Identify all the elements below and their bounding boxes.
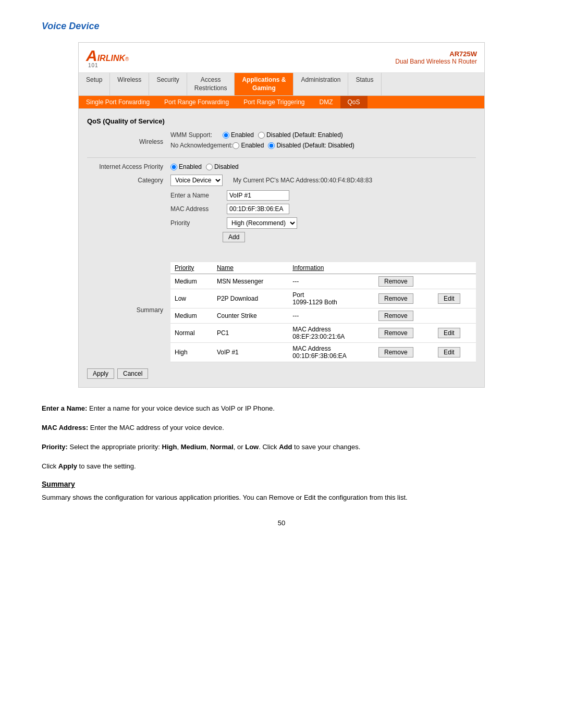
priority-high: High bbox=[162, 443, 177, 451]
no-ack-radio-group: Enabled Disabled (Default: Disabled) bbox=[232, 142, 354, 149]
col-priority: Priority bbox=[170, 262, 213, 274]
internet-enabled-radio[interactable]: Enabled bbox=[170, 163, 202, 170]
wmm-support-label: WMM Support: bbox=[170, 131, 223, 139]
enter-name-input[interactable] bbox=[227, 190, 289, 201]
enter-name-text: Enter a name for your voice device such … bbox=[87, 404, 274, 412]
apply-description: Click Apply to save the setting. bbox=[42, 461, 521, 472]
wmm-enabled-radio[interactable]: Enabled bbox=[223, 131, 254, 139]
mac-address-input[interactable] bbox=[227, 204, 289, 214]
no-ack-disabled-radio[interactable]: Disabled (Default: Disabled) bbox=[268, 142, 354, 149]
col-remove bbox=[374, 262, 434, 274]
row-edit-cell: Edit bbox=[434, 289, 476, 309]
page-title: Voice Device bbox=[42, 21, 521, 32]
sub-tab-single-port[interactable]: Single Port Forwarding bbox=[79, 96, 157, 108]
row-priority: Normal bbox=[170, 324, 213, 343]
tab-administration[interactable]: Administration bbox=[293, 73, 348, 95]
priority-field-label: Priority bbox=[170, 219, 223, 227]
row-priority: Medium bbox=[170, 309, 213, 324]
sub-tab-dmz[interactable]: DMZ bbox=[312, 96, 340, 108]
priority-select[interactable]: High (Recommend) bbox=[227, 217, 297, 229]
row-name: P2P Download bbox=[213, 289, 288, 309]
edit-button[interactable]: Edit bbox=[438, 328, 460, 338]
category-row: Category Voice Device My Current PC's MA… bbox=[87, 175, 476, 186]
tab-setup[interactable]: Setup bbox=[79, 73, 110, 95]
row-info: --- bbox=[288, 309, 374, 324]
summary-heading: Summary bbox=[42, 480, 521, 488]
priority-suffix: . Click bbox=[259, 443, 279, 451]
cancel-button[interactable]: Cancel bbox=[117, 368, 148, 379]
content-area: QoS (Quality of Service) Wireless WMM Su… bbox=[79, 109, 484, 387]
enter-name-description: Enter a Name: Enter a name for your voic… bbox=[42, 403, 521, 414]
summary-label: Summary bbox=[87, 306, 170, 314]
row-info: MAC Address 00:1D:6F:3B:06:EA bbox=[288, 343, 374, 362]
row-edit-cell bbox=[434, 309, 476, 324]
no-ack-enabled-radio[interactable]: Enabled bbox=[232, 142, 264, 149]
wmm-radio-group: Enabled Disabled (Default: Enabled) bbox=[223, 131, 343, 139]
row-remove-cell: Remove bbox=[374, 309, 434, 324]
category-select[interactable]: Voice Device bbox=[170, 175, 223, 186]
page-number: 50 bbox=[42, 519, 521, 527]
wmm-disabled-radio[interactable]: Disabled (Default: Enabled) bbox=[258, 131, 343, 139]
no-ack-row: No Acknowledgement: Enabled Disabled (De… bbox=[170, 142, 354, 149]
mac-description: MAC Address: Enter the MAC address of yo… bbox=[42, 423, 521, 434]
sub-tab-port-range-fwd[interactable]: Port Range Forwarding bbox=[157, 96, 236, 108]
brand-info: AR725W Dual Band Wireless N Router bbox=[395, 50, 477, 65]
bottom-buttons: Apply Cancel bbox=[87, 368, 476, 379]
row-info: MAC Address 08:EF:23:00:21:6A bbox=[288, 324, 374, 343]
no-ack-label: No Acknowledgement: bbox=[170, 142, 232, 149]
remove-button[interactable]: Remove bbox=[378, 328, 413, 338]
internet-access-radio-group: Enabled Disabled bbox=[170, 163, 239, 170]
internet-disabled-label: Disabled bbox=[214, 163, 239, 170]
remove-button[interactable]: Remove bbox=[378, 347, 413, 357]
row-priority: Medium bbox=[170, 274, 213, 289]
mac-address-field-label: MAC Address bbox=[170, 205, 223, 213]
tab-status[interactable]: Status bbox=[348, 73, 381, 95]
table-row: High VoIP #1 MAC Address 00:1D:6F:3B:06:… bbox=[170, 343, 476, 362]
row-info: Port 1099-1129 Both bbox=[288, 289, 374, 309]
row-name: MSN Messenger bbox=[213, 274, 288, 289]
sub-tab-qos[interactable]: QoS bbox=[340, 96, 368, 108]
internet-access-row: Internet Access Priority Enabled Disable… bbox=[87, 163, 476, 170]
col-name: Name bbox=[213, 262, 288, 274]
tab-access-restrictions[interactable]: Access Restrictions bbox=[187, 73, 235, 95]
no-ack-enabled-label: Enabled bbox=[241, 142, 264, 149]
row-edit-cell: Edit bbox=[434, 324, 476, 343]
internet-disabled-radio[interactable]: Disabled bbox=[206, 163, 239, 170]
add-button-row: Add bbox=[223, 232, 476, 242]
priority-description: Priority: Select the appropriate priorit… bbox=[42, 442, 521, 453]
tab-wireless[interactable]: Wireless bbox=[110, 73, 149, 95]
enter-name-bold: Enter a Name: bbox=[42, 404, 87, 412]
wmm-enabled-label: Enabled bbox=[231, 131, 254, 139]
mac-bold: MAC Address: bbox=[42, 424, 88, 431]
edit-button[interactable]: Edit bbox=[438, 347, 460, 357]
tab-applications-gaming[interactable]: Applications & Gaming bbox=[235, 73, 293, 95]
tab-security[interactable]: Security bbox=[149, 73, 187, 95]
add-button[interactable]: Add bbox=[223, 232, 245, 242]
apply-bold: Apply bbox=[58, 462, 77, 470]
edit-button[interactable]: Edit bbox=[438, 293, 460, 304]
mac-address-row: MAC Address bbox=[170, 204, 476, 214]
apply-text-prefix: Click bbox=[42, 462, 58, 470]
row-name: Counter Strike bbox=[213, 309, 288, 324]
summary-description: Summary shows the configuration for vari… bbox=[42, 492, 521, 503]
priority-suffix2: to save your changes. bbox=[292, 443, 360, 451]
internet-access-label: Internet Access Priority bbox=[87, 163, 170, 170]
remove-button[interactable]: Remove bbox=[378, 311, 413, 321]
col-info: Information bbox=[288, 262, 374, 274]
router-frame: A IRLINK ® 101 AR725W Dual Band Wireless… bbox=[78, 42, 485, 388]
apply-text-suffix: to save the setting. bbox=[77, 462, 136, 470]
priority-row: Priority High (Recommend) bbox=[170, 217, 476, 229]
router-header: A IRLINK ® 101 AR725W Dual Band Wireless… bbox=[79, 43, 484, 73]
category-label: Category bbox=[87, 177, 170, 184]
brand-model: AR725W bbox=[395, 50, 477, 58]
priority-text: Select the appropriate priority: bbox=[69, 443, 162, 451]
row-info: --- bbox=[288, 274, 374, 289]
priority-bold: Priority: bbox=[42, 443, 68, 451]
logo-dot: ® bbox=[125, 56, 129, 62]
apply-button[interactable]: Apply bbox=[87, 368, 114, 379]
remove-button[interactable]: Remove bbox=[378, 293, 413, 304]
internet-enabled-label: Enabled bbox=[179, 163, 202, 170]
remove-button[interactable]: Remove bbox=[378, 276, 413, 287]
wmm-disabled-label: Disabled (Default: Enabled) bbox=[266, 131, 343, 139]
sub-tab-port-range-trig[interactable]: Port Range Triggering bbox=[236, 96, 312, 108]
